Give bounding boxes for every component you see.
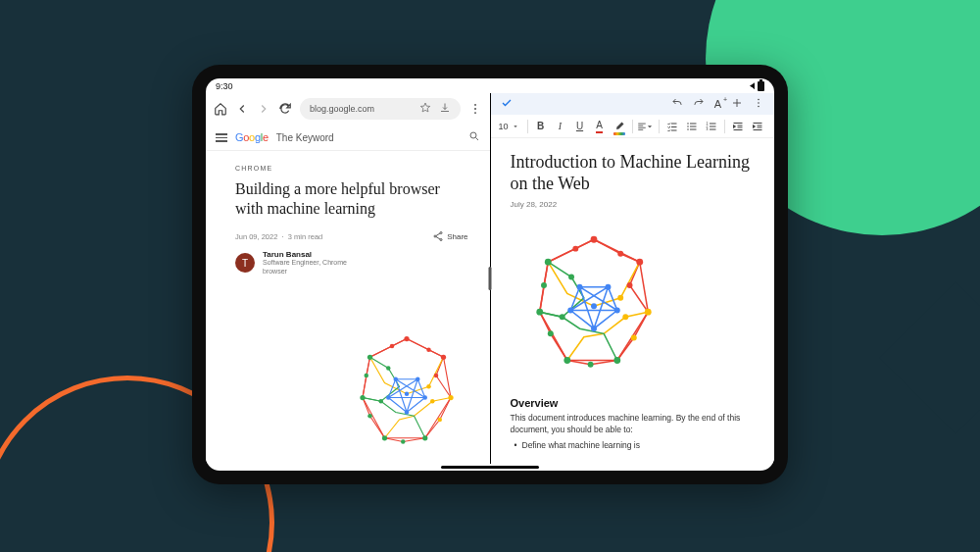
svg-point-6 [440,239,442,241]
svg-point-21 [368,414,372,419]
outdent-icon[interactable] [729,118,747,135]
svg-point-30 [404,392,409,397]
svg-point-61 [541,282,547,288]
menu-icon[interactable] [216,133,227,142]
svg-point-23 [401,439,406,444]
svg-point-52 [630,335,636,341]
article-hero-image [333,317,480,464]
back-icon[interactable] [235,102,249,116]
browser-pane: blog.google.com Google The Keyword [206,93,490,464]
redo-icon[interactable] [693,95,705,113]
svg-point-68 [567,308,573,314]
document-date[interactable]: July 28, 2022 [511,200,756,209]
svg-point-57 [536,309,543,316]
underline-icon[interactable]: U [571,118,589,135]
svg-point-60 [547,331,553,337]
download-icon[interactable] [439,102,451,116]
svg-point-69 [591,304,597,310]
svg-rect-41 [710,123,716,124]
author-avatar: T [235,253,255,273]
svg-point-10 [389,344,394,349]
svg-point-29 [386,395,391,400]
svg-point-67 [591,326,597,332]
numbered-list-icon[interactable]: 123 [703,118,720,135]
site-section: The Keyword [276,132,334,143]
svg-point-36 [687,125,689,127]
svg-point-13 [437,418,442,423]
svg-point-64 [576,284,582,290]
svg-point-18 [360,395,365,400]
bullet-list-icon[interactable] [683,118,701,135]
svg-point-15 [430,399,435,404]
svg-point-53 [617,295,623,301]
svg-point-3 [470,132,476,138]
svg-point-19 [367,355,371,360]
paragraph-text[interactable]: This document introduces machine learnin… [511,413,756,436]
status-time: 9:30 [216,81,233,91]
done-icon[interactable] [501,95,513,113]
star-icon[interactable] [419,102,431,116]
svg-point-11 [433,374,438,378]
svg-rect-43 [710,125,716,126]
split-handle[interactable] [489,267,492,290]
svg-rect-35 [690,123,697,124]
text-color-icon[interactable]: A [591,118,609,135]
document-image[interactable] [511,219,677,385]
forward-icon[interactable] [257,102,270,116]
svg-point-48 [617,251,623,257]
share-button[interactable]: Share [432,230,467,242]
svg-point-33 [758,106,760,108]
bold-icon[interactable]: B [532,118,550,135]
svg-point-5 [434,235,436,237]
svg-point-51 [644,309,651,316]
insert-icon[interactable] [731,95,743,113]
svg-point-63 [568,275,574,280]
svg-point-9 [426,348,431,353]
undo-icon[interactable] [671,95,683,113]
svg-rect-45 [710,128,716,129]
svg-point-8 [440,355,445,360]
reload-icon[interactable] [278,102,292,116]
svg-point-47 [636,259,643,266]
docs-pane: A+ 10 B I U A [491,93,775,464]
svg-point-7 [404,336,409,341]
italic-icon[interactable]: I [552,118,569,135]
svg-point-65 [605,284,611,290]
search-icon[interactable] [468,128,480,146]
font-size-selector[interactable]: 10 [499,122,519,131]
svg-point-27 [422,395,427,400]
svg-point-2 [474,112,476,114]
battery-icon [758,81,764,91]
svg-point-38 [687,128,689,130]
overflow-icon[interactable] [468,102,482,116]
svg-point-16 [422,435,427,440]
section-heading[interactable]: Overview [511,397,756,409]
checklist-icon[interactable] [663,118,681,135]
article-headline: Building a more helpful browser with mac… [235,179,468,219]
svg-point-58 [544,259,551,266]
svg-rect-39 [690,128,697,129]
tablet-frame: 9:30 blog.google.com [192,65,788,484]
document-title[interactable]: Introduction to Machine Learning on the … [511,152,756,194]
svg-point-24 [386,366,391,371]
author-role: Software Engineer, Chrome browser [263,259,361,276]
signal-icon [745,82,755,89]
indent-icon[interactable] [749,118,766,135]
svg-point-28 [404,410,409,415]
nav-bar[interactable] [206,464,774,471]
svg-point-49 [572,246,578,252]
url-bar[interactable]: blog.google.com [300,98,461,120]
svg-point-22 [364,374,368,378]
category-label: CHROME [235,165,468,172]
svg-point-14 [426,384,431,389]
text-format-icon[interactable]: A+ [714,98,721,110]
align-icon[interactable] [637,118,655,135]
home-icon[interactable] [214,102,227,116]
svg-point-34 [687,123,689,125]
list-item[interactable]: Define what machine learning is [511,440,756,450]
svg-point-20 [378,399,383,404]
svg-point-54 [622,315,628,321]
docs-overflow-icon[interactable] [753,95,764,113]
highlight-icon[interactable] [611,118,628,135]
author-name: Tarun Bansal [263,250,361,259]
